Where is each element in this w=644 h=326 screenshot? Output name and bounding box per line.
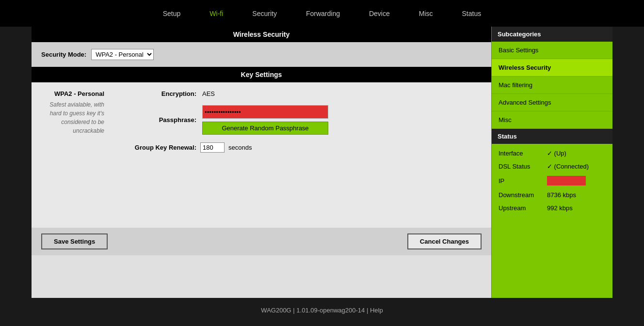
main-wrapper: Wireless Security Security Mode: WPA2 - … xyxy=(32,27,612,298)
status-section-header: Status xyxy=(492,129,612,144)
passphrase-input[interactable] xyxy=(202,105,328,119)
status-ip-row: IP xyxy=(492,173,612,188)
group-key-input[interactable] xyxy=(200,142,225,153)
status-dsl-key: DSL Status xyxy=(499,163,547,170)
status-dsl-value: ✓ (Connected) xyxy=(547,163,589,170)
passphrase-row: Passphrase: Generate Random Passphrase xyxy=(119,105,482,135)
encryption-value: AES xyxy=(202,90,215,97)
nav-device[interactable]: Device xyxy=(369,7,390,20)
nav-status[interactable]: Status xyxy=(462,7,482,20)
group-key-label: Group Key Renewal: xyxy=(119,144,196,151)
encryption-label: Encryption: xyxy=(119,90,196,97)
status-interface-value: ✓ (Up) xyxy=(547,150,566,157)
status-ip-key: IP xyxy=(499,177,547,185)
status-table: Interface ✓ (Up) DSL Status ✓ (Connected… xyxy=(492,144,612,217)
nav-forwarding[interactable]: Forwarding xyxy=(306,7,340,20)
subcategory-advanced-settings[interactable]: Advanced Settings xyxy=(492,94,612,111)
status-dsl-row: DSL Status ✓ (Connected) xyxy=(492,160,612,173)
wpa2-description: Safest avialable, with hard to guess key… xyxy=(36,100,104,135)
buttons-row: Save Settings Cancel Changes xyxy=(32,228,491,255)
key-settings-body: WPA2 - Personal Safest avialable, with h… xyxy=(32,82,491,228)
nav-security[interactable]: Security xyxy=(252,7,277,20)
generate-passphrase-button[interactable]: Generate Random Passphrase xyxy=(202,122,328,135)
security-mode-label: Security Mode: xyxy=(41,51,86,58)
subcategory-basic-settings[interactable]: Basic Settings xyxy=(492,42,612,59)
status-upstream-row: Upstream 992 kbps xyxy=(492,202,612,215)
key-fields-area: Encryption: AES Passphrase: Generate Ran… xyxy=(109,82,491,228)
subcategory-misc[interactable]: Misc xyxy=(492,111,612,129)
wpa2-title: WPA2 - Personal xyxy=(36,90,104,97)
nav-misc[interactable]: Misc xyxy=(419,7,433,20)
status-interface-key: Interface xyxy=(499,150,547,157)
subcategory-wireless-security[interactable]: Wireless Security xyxy=(492,59,612,77)
subcategories-header: Subcategories xyxy=(492,27,612,42)
status-upstream-key: Upstream xyxy=(499,204,547,212)
encryption-row: Encryption: AES xyxy=(119,90,482,97)
passphrase-label: Passphrase: xyxy=(119,116,196,124)
nav-wifi[interactable]: Wi-fi xyxy=(209,7,223,20)
status-upstream-value: 992 kbps xyxy=(547,204,573,212)
subcategory-mac-filtering[interactable]: Mac filtering xyxy=(492,77,612,94)
footer-text: WAG200G | 1.01.09-openwag200-14 | Help xyxy=(261,307,383,314)
wireless-security-header: Wireless Security xyxy=(32,27,491,42)
key-settings-header: Key Settings xyxy=(32,67,491,82)
group-key-unit: seconds xyxy=(228,144,252,151)
status-ip-value xyxy=(547,176,586,186)
right-sidebar: Subcategories Basic Settings Wireless Se… xyxy=(491,27,612,298)
security-mode-select[interactable]: WPA2 - Personal xyxy=(91,49,154,60)
top-navigation: Setup Wi-fi Security Forwarding Device M… xyxy=(0,0,644,27)
wpa2-info-sidebar: WPA2 - Personal Safest avialable, with h… xyxy=(32,82,109,228)
nav-setup[interactable]: Setup xyxy=(163,7,181,20)
status-downstream-value: 8736 kbps xyxy=(547,191,576,199)
cancel-changes-button[interactable]: Cancel Changes xyxy=(407,233,482,249)
security-mode-row: Security Mode: WPA2 - Personal xyxy=(32,42,491,67)
status-downstream-row: Downstream 8736 kbps xyxy=(492,188,612,202)
group-key-row: Group Key Renewal: seconds xyxy=(119,142,482,153)
status-interface-row: Interface ✓ (Up) xyxy=(492,147,612,160)
content-area: Wireless Security Security Mode: WPA2 - … xyxy=(32,27,491,298)
save-settings-button[interactable]: Save Settings xyxy=(41,233,108,249)
footer: WAG200G | 1.01.09-openwag200-14 | Help xyxy=(0,298,644,318)
status-downstream-key: Downstream xyxy=(499,191,547,199)
